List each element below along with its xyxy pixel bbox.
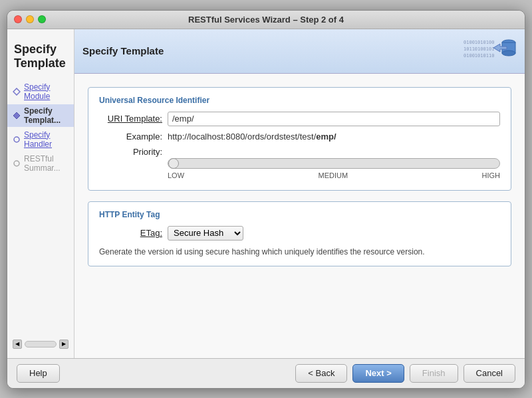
priority-label-row: Priority: [99, 147, 500, 157]
priority-medium-label: MEDIUM [184, 171, 481, 179]
sidebar-item-restful-summary: RESTful Summar... [7, 152, 74, 175]
step-icon-3 [13, 136, 21, 144]
etag-description: Generate the version id using secure has… [99, 246, 452, 258]
page-title: Specify Template [14, 43, 66, 70]
sidebar: Specify Template Specify Module Specify … [7, 29, 74, 358]
svg-marker-1 [13, 112, 20, 119]
maximize-button[interactable] [38, 15, 46, 23]
example-bold: emp/ [316, 132, 336, 142]
right-panel: Specify Template 01001010100 10110100101… [74, 29, 525, 358]
sidebar-item-label-4: RESTful Summar... [24, 154, 68, 173]
uri-template-input[interactable] [168, 112, 500, 126]
etag-label: ETag: [99, 228, 162, 238]
etag-section-title: HTTP Entity Tag [99, 210, 500, 219]
button-bar: Help < Back Next > Finish Cancel [7, 358, 525, 388]
sidebar-item-label: Specify Module [24, 82, 68, 101]
slider-labels: LOW MEDIUM HIGH [168, 171, 500, 179]
page-title-area: Specify Template [7, 36, 74, 80]
sidebar-item-specify-template[interactable]: Specify Templat... [7, 104, 74, 127]
example-value: http://localhost:8080/ords/ordstest/test… [168, 132, 336, 142]
step-icon-2 [13, 112, 21, 120]
scrollbar-track[interactable] [25, 341, 57, 348]
priority-slider[interactable] [168, 158, 500, 169]
scroll-right-arrow[interactable]: ▶ [59, 340, 68, 349]
sidebar-item-label-3: Specify Handler [24, 130, 68, 149]
sidebar-nav: Specify Module Specify Templat... Specif… [7, 80, 74, 175]
help-button[interactable]: Help [17, 364, 60, 383]
etag-select[interactable]: Secure Hash Custom Query None [168, 226, 243, 241]
panel-header-title: Specify Template [82, 45, 164, 56]
scroll-left-arrow[interactable]: ◀ [13, 340, 22, 349]
finish-button[interactable]: Finish [410, 364, 458, 383]
main-content: Specify Template Specify Module Specify … [7, 29, 525, 358]
svg-text:10110100101: 10110100101 [464, 47, 494, 52]
sidebar-scroll: ◀ ▶ [7, 337, 74, 351]
priority-row: Priority: LOW MEDIUM HIGH [99, 147, 500, 179]
example-label: Example: [99, 132, 162, 142]
wizard-window: RESTful Services Wizard – Step 2 of 4 Sp… [7, 10, 525, 389]
sidebar-item-specify-handler[interactable]: Specify Handler [7, 128, 74, 151]
uri-section: Universal Resource Identifier URI Templa… [88, 87, 511, 191]
uri-section-title: Universal Resource Identifier [99, 96, 500, 105]
svg-text:01001010110: 01001010110 [464, 53, 494, 58]
priority-high-label: HIGH [482, 171, 501, 179]
close-button[interactable] [14, 15, 22, 23]
etag-section: HTTP Entity Tag ETag: Secure Hash Custom… [88, 201, 511, 266]
header-graphic: 01001010100 10110100101 01001010110 [464, 35, 517, 68]
priority-low-label: LOW [168, 171, 184, 179]
uri-template-row: URI Template: [99, 112, 500, 126]
btn-group-right: < Back Next > Finish Cancel [295, 364, 515, 383]
svg-text:01001010100: 01001010100 [464, 40, 494, 45]
panel-header: Specify Template 01001010100 10110100101… [74, 29, 525, 74]
svg-marker-0 [13, 88, 20, 95]
priority-label: Priority: [99, 147, 162, 157]
slider-container [168, 158, 500, 169]
etag-row: ETag: Secure Hash Custom Query None [99, 226, 500, 241]
example-row: Example: http://localhost:8080/ords/ords… [99, 132, 500, 142]
svg-point-3 [14, 161, 19, 166]
sidebar-item-label-active: Specify Templat... [24, 106, 68, 125]
cancel-button[interactable]: Cancel [464, 364, 515, 383]
window-title: RESTful Services Wizard – Step 2 of 4 [188, 15, 344, 25]
minimize-button[interactable] [26, 15, 34, 23]
uri-template-label: URI Template: [99, 114, 162, 124]
panel-body: Universal Resource Identifier URI Templa… [74, 74, 525, 358]
header-decoration: 01001010100 10110100101 01001010110 [464, 35, 517, 68]
next-button[interactable]: Next > [352, 364, 404, 383]
traffic-lights [14, 15, 46, 23]
step-icon-1 [13, 88, 21, 96]
back-button[interactable]: < Back [295, 364, 347, 383]
example-prefix: http://localhost:8080/ords/ordstest/test… [168, 132, 316, 142]
title-bar: RESTful Services Wizard – Step 2 of 4 [7, 11, 525, 29]
svg-point-9 [502, 50, 515, 56]
svg-point-2 [14, 137, 19, 142]
sidebar-item-specify-module[interactable]: Specify Module [7, 80, 74, 103]
step-icon-4 [13, 159, 21, 167]
